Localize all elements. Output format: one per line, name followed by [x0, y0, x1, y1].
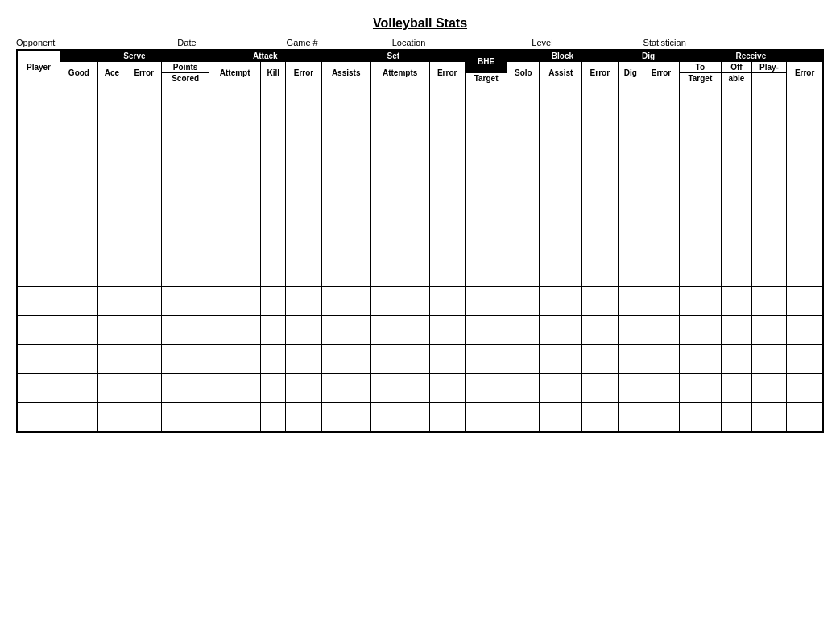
table-cell: [126, 258, 162, 287]
assist-header: Assist: [540, 62, 582, 84]
table-cell: [209, 345, 260, 374]
table-cell: [209, 403, 260, 432]
table-cell: [507, 171, 540, 200]
table-cell: [17, 258, 60, 287]
table-cell: [679, 142, 721, 171]
table-cell: [126, 287, 162, 316]
table-cell: [507, 229, 540, 258]
table-cell: [618, 113, 643, 142]
table-cell: [643, 287, 679, 316]
date-label: Date: [177, 38, 196, 47]
table-cell: [465, 113, 507, 142]
points-header: Points: [162, 62, 209, 73]
table-cell: [60, 142, 98, 171]
table-cell: [787, 316, 823, 345]
table-cell: [679, 403, 721, 432]
table-cell: [465, 142, 507, 171]
table-cell: [209, 200, 260, 229]
table-cell: [429, 142, 465, 171]
table-cell: [507, 287, 540, 316]
table-cell: [429, 287, 465, 316]
table-cell: [261, 345, 286, 374]
statistician-label: Statistician: [643, 38, 686, 47]
game-label: Game #: [287, 38, 318, 47]
attack-header: Attack: [209, 50, 321, 62]
table-cell: [751, 403, 787, 432]
table-cell: [286, 287, 321, 316]
table-cell: [162, 171, 209, 200]
table-cell: [286, 345, 321, 374]
table-cell: [787, 171, 823, 200]
block-header: Block: [507, 50, 618, 62]
table-cell: [507, 113, 540, 142]
table-cell: [643, 345, 679, 374]
table-cell: [261, 142, 286, 171]
table-cell: [540, 258, 582, 287]
table-cell: [679, 200, 721, 229]
table-cell: [582, 374, 618, 403]
table-cell: [722, 374, 752, 403]
table-cell: [722, 113, 752, 142]
table-cell: [370, 287, 429, 316]
table-cell: [751, 200, 787, 229]
table-cell: [465, 287, 507, 316]
table-cell: [679, 229, 721, 258]
table-cell: [209, 287, 260, 316]
table-cell: [787, 229, 823, 258]
table-cell: [162, 200, 209, 229]
table-cell: [321, 403, 370, 432]
table-cell: [429, 316, 465, 345]
table-cell: [618, 229, 643, 258]
table-cell: [370, 403, 429, 432]
info-section: Opponent Date Game # Location Level Stat…: [16, 37, 824, 47]
bhe-header: BHE: [465, 50, 507, 73]
table-cell: [465, 229, 507, 258]
table-cell: [465, 374, 507, 403]
table-cell: [60, 345, 98, 374]
table-cell: [162, 142, 209, 171]
table-cell: [507, 345, 540, 374]
dig-header2: Dig: [618, 62, 643, 84]
table-cell: [618, 142, 643, 171]
table-cell: [286, 229, 321, 258]
table-cell: [370, 345, 429, 374]
table-cell: [370, 316, 429, 345]
able-header: able: [722, 73, 752, 84]
table-row: [17, 200, 823, 229]
table-cell: [17, 403, 60, 432]
table-cell: [126, 171, 162, 200]
table-cell: [751, 142, 787, 171]
table-cell: [209, 171, 260, 200]
table-cell: [618, 316, 643, 345]
assists-header: Assists: [321, 62, 370, 84]
table-cell: [618, 403, 643, 432]
table-cell: [507, 200, 540, 229]
playable-header: Play-: [751, 62, 787, 73]
table-row: [17, 345, 823, 374]
table-cell: [261, 316, 286, 345]
table-cell: [787, 113, 823, 142]
table-cell: [507, 142, 540, 171]
error-receive-header: Error: [787, 62, 823, 84]
table-cell: [370, 113, 429, 142]
table-cell: [582, 403, 618, 432]
table-cell: [17, 229, 60, 258]
table-cell: [17, 142, 60, 171]
table-cell: [465, 345, 507, 374]
table-cell: [261, 113, 286, 142]
table-cell: [261, 200, 286, 229]
table-cell: [751, 287, 787, 316]
table-cell: [17, 200, 60, 229]
table-cell: [60, 113, 98, 142]
table-cell: [429, 113, 465, 142]
table-cell: [126, 403, 162, 432]
table-cell: [60, 84, 98, 113]
table-cell: [582, 258, 618, 287]
table-cell: [162, 113, 209, 142]
table-cell: [17, 113, 60, 142]
table-cell: [429, 200, 465, 229]
table-cell: [787, 258, 823, 287]
table-cell: [286, 142, 321, 171]
table-cell: [162, 345, 209, 374]
table-cell: [321, 345, 370, 374]
